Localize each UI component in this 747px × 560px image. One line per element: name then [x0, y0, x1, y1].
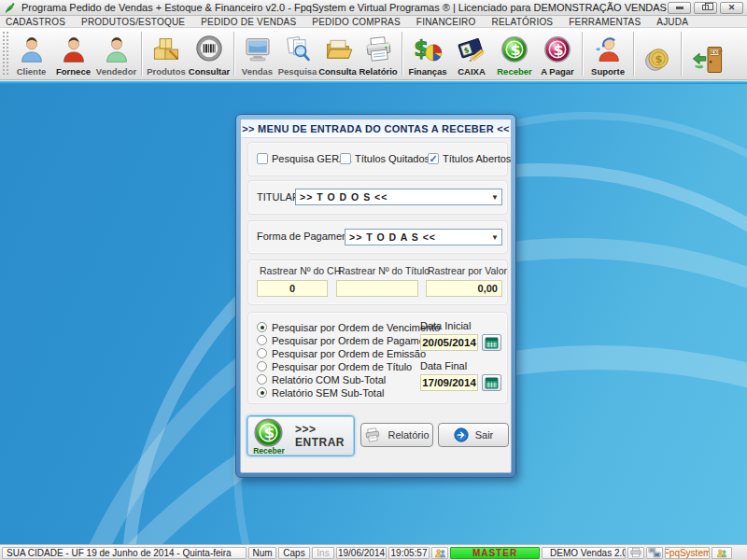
checkbox-box[interactable]: ✓	[257, 153, 268, 164]
status-caps-lock: Caps	[278, 547, 310, 559]
close-button[interactable]: ✕	[720, 2, 743, 14]
menu-pedido-de-vendas[interactable]: PEDIDO DE VENDAS	[201, 17, 304, 27]
toolbar-receber-label: Receber	[497, 66, 532, 77]
toolbar-pesquisa-button[interactable]: Pesquisa	[277, 29, 317, 78]
status-num-lock: Num	[248, 547, 276, 559]
network-icon	[648, 547, 661, 558]
radio-relatorio-com-subtotal[interactable]: Relatório COM Sub-Total	[257, 373, 386, 385]
toolbar-fornece-button[interactable]: Fornece	[52, 29, 94, 78]
status-insert: Ins	[312, 547, 334, 559]
receber-dollar-icon: $	[253, 417, 284, 448]
toolbar: Cliente Fornece Vendedor	[0, 28, 747, 80]
folder-icon	[323, 33, 353, 66]
toolbar-vendedor-button[interactable]: Vendedor	[94, 29, 138, 78]
relatorio-button[interactable]: Relatório	[360, 423, 433, 447]
supplier-person-icon	[60, 33, 88, 66]
status-bar: SUA CIDADE - UF 19 de Junho de 2014 - Qu…	[0, 544, 747, 560]
data-final-calendar-button[interactable]	[482, 374, 501, 391]
printer-icon	[364, 427, 381, 442]
rastrear-ch-label: Rastrear Nº do CH	[260, 265, 341, 276]
checkbox-box[interactable]: ✓	[340, 153, 351, 164]
pesquisa-geral-checkbox[interactable]: ✓ Pesquisa GERAL	[257, 153, 352, 164]
toolbar-relatorio-button[interactable]: Relatório	[358, 29, 399, 78]
sair-button-label: Sair	[475, 429, 494, 441]
pagamento-dropdown[interactable]: >> T O D A S << ▼	[345, 229, 502, 245]
radio-ordem-emissao[interactable]: Pesquisar por Ordem de Emissão	[257, 347, 426, 359]
toolbar-consultar-button[interactable]: Consultar	[188, 29, 231, 78]
toolbar-apagar-button[interactable]: $ A Pagar	[536, 29, 579, 78]
toolbar-financas-button[interactable]: $ Finanças	[405, 29, 450, 78]
toolbar-consultar-label: Consultar	[189, 66, 230, 77]
pagamento-label: Forma de Pagamento	[257, 231, 356, 242]
entrar-icon-caption: Receber	[250, 446, 288, 455]
data-inicial-calendar-button[interactable]	[482, 334, 501, 351]
toolbar-gripper	[2, 31, 8, 77]
menu-cadastros[interactable]: CADASTROS	[6, 17, 74, 27]
pagamento-group: Forma de Pagamento >> T O D A S << ▼	[247, 220, 508, 254]
minimize-button[interactable]	[668, 2, 691, 14]
toolbar-relatorio-label: Relatório	[359, 66, 397, 77]
toolbar-consulta-button[interactable]: Consulta	[317, 29, 358, 78]
status-location: SUA CIDADE - UF 19 de Junho de 2014 - Qu…	[2, 547, 247, 559]
toolbar-suporte-label: Suporte	[591, 66, 625, 77]
menu-pedido-compras[interactable]: PEDIDO COMPRAS	[312, 17, 408, 27]
toolbar-exit-button[interactable]: EXIT	[684, 29, 731, 78]
menu-relatorios[interactable]: RELATÓRIOS	[492, 17, 562, 27]
titulos-abertos-checkbox[interactable]: ✓ Títulos Abertos	[428, 153, 511, 164]
toolbar-fornece-label: Fornece	[56, 66, 91, 77]
checkbox-box[interactable]: ✓	[428, 153, 439, 164]
status-user-badge: MASTER	[450, 547, 540, 559]
entrar-button[interactable]: $ Receber >>> ENTRAR	[247, 415, 355, 456]
app-logo-icon	[4, 2, 17, 14]
printer-icon	[363, 33, 393, 66]
search-docs-icon	[283, 33, 313, 66]
toolbar-apagar-label: A Pagar	[541, 66, 574, 77]
toolbar-caixa-button[interactable]: $ CAIXA	[450, 29, 493, 78]
toolbar-vendas-button[interactable]: Vendas	[237, 29, 277, 78]
products-boxes-icon	[151, 33, 181, 66]
arrow-right-circle-icon	[454, 427, 469, 442]
menu-financeiro[interactable]: FINANCEIRO	[416, 17, 485, 27]
dialog-title: >> MENU DE ENTRADA DO CONTAS A RECEBER <…	[241, 119, 511, 138]
radio-ordem-vencimento[interactable]: Pesquisar por Ordem de Vencimento	[257, 321, 440, 333]
toolbar-suporte-button[interactable]: Suporte	[585, 29, 630, 78]
toolbar-separator	[633, 32, 634, 76]
menu-ferramentas[interactable]: FERRAMENTAS	[569, 17, 649, 27]
toolbar-cliente-label: Cliente	[17, 66, 47, 77]
toolbar-pesquisa-label: Pesquisa	[278, 66, 317, 77]
titular-dropdown[interactable]: >> T O D O S << ▼	[295, 189, 502, 205]
rastrear-ch-field[interactable]: 0	[257, 280, 328, 297]
entrar-button-label: >>> ENTRAR	[295, 423, 354, 449]
coin-icon: $	[641, 43, 673, 77]
printer-small-icon	[629, 547, 642, 558]
rastrear-group: Rastrear Nº do CH 0 Rastrear Nº do Títul…	[247, 259, 508, 305]
svg-text:$: $	[264, 424, 275, 441]
titulos-quitados-checkbox[interactable]: ✓ Títulos Quitados	[340, 153, 430, 164]
restore-button[interactable]	[694, 2, 717, 14]
radio-relatorio-sem-subtotal[interactable]: Relatório SEM Sub-Total	[257, 386, 384, 399]
contas-a-receber-dialog: >> MENU DE ENTRADA DO CONTAS A RECEBER <…	[235, 114, 516, 478]
rastrear-valor-field[interactable]: 0,00	[426, 280, 502, 297]
window-title: Programa Pedido de Vendas + Estoque & Fi…	[21, 2, 668, 13]
status-brand: FpqSystem	[665, 547, 710, 559]
data-inicial-field[interactable]: 20/05/2014	[420, 334, 478, 351]
exit-door-icon: EXIT	[690, 43, 726, 77]
radio-ordem-titulo[interactable]: Pesquisar por Ordem de Título	[257, 360, 412, 372]
toolbar-cliente-button[interactable]: Cliente	[10, 29, 52, 78]
chevron-down-icon: ▼	[491, 193, 499, 202]
toolbar-separator	[141, 32, 142, 76]
data-inicial-label: Data Inicial	[420, 320, 471, 331]
relatorio-button-label: Relatório	[388, 429, 429, 441]
radio-ordem-pagamento[interactable]: Pesquisar por Ordem de Pagamento	[257, 334, 439, 346]
rastrear-titulo-field[interactable]	[336, 280, 418, 297]
menu-produtos-estoque[interactable]: PRODUTOS/ESTOQUE	[81, 17, 193, 27]
menu-ajuda[interactable]: AJUDA	[656, 17, 697, 27]
toolbar-receber-button[interactable]: $ Receber	[493, 29, 536, 78]
checkbox-group: ✓ Pesquisa GERAL ✓ Títulos Quitados ✓ Tí…	[247, 142, 508, 176]
data-final-field[interactable]: 17/09/2014	[420, 374, 478, 391]
toolbar-separator	[681, 32, 682, 76]
toolbar-produtos-button[interactable]: Produtos	[145, 29, 188, 78]
toolbar-coin-button[interactable]: $	[637, 29, 678, 78]
sair-button[interactable]: Sair	[438, 423, 509, 447]
toolbar-financas-label: Finanças	[408, 66, 446, 77]
